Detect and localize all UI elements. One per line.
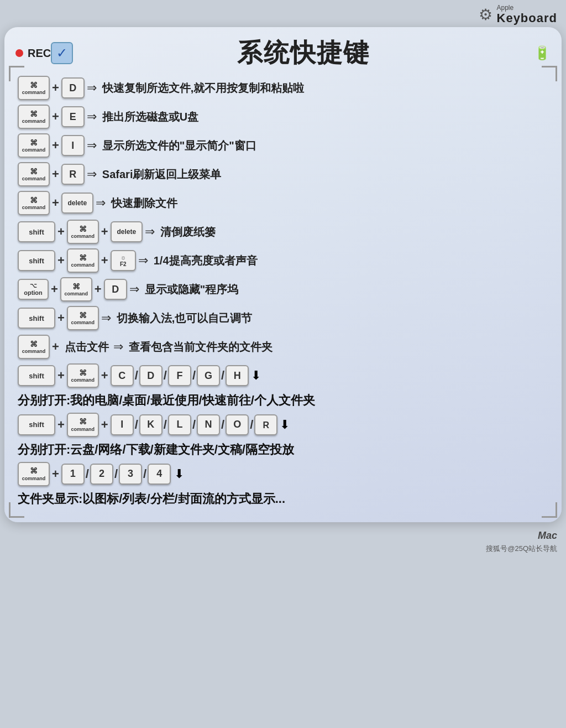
desc-folders: 分别打开:我的电脑/桌面/最近使用/快速前往/个人文件夹 bbox=[18, 392, 548, 409]
shortcut-row-shift-cmd-folders: shift + ⌘ command + C / D / F / G / H ⬇ bbox=[18, 363, 548, 388]
desc-cmd-delete: 快速删除文件 bbox=[111, 196, 548, 211]
key-command-10: ⌘ command bbox=[18, 335, 50, 359]
arrow-2: ⇒ bbox=[87, 110, 97, 124]
plus-6: + bbox=[57, 225, 65, 239]
plus-2: + bbox=[52, 110, 59, 124]
top-bar: ⚙ Apple Keyboard bbox=[0, 0, 566, 27]
key-1: 1 bbox=[61, 464, 85, 485]
plus-3: + bbox=[52, 138, 59, 153]
plus-10: + bbox=[52, 340, 59, 354]
key-delete: delete bbox=[61, 193, 93, 214]
key-command-9: ⌘ command bbox=[67, 306, 99, 330]
down-arrow-1: ⬇ bbox=[251, 368, 261, 383]
shortcut-row-cmd-delete: ⌘ command + delete ⇒ 快速删除文件 bbox=[18, 191, 548, 215]
arrow-8: ⇒ bbox=[129, 282, 139, 297]
desc-cmd-d: 快速复制所选文件,就不用按复制和粘贴啦 bbox=[102, 81, 548, 96]
key-option: ⌥ option bbox=[18, 279, 49, 300]
key-command-5: ⌘ command bbox=[18, 191, 50, 215]
shortcut-row-shift-cmd-f2: shift + ⌘ command + ☼ F2 ⇒ 1/4提高亮度或者声音 bbox=[18, 248, 548, 273]
rec-dot bbox=[15, 49, 23, 57]
slash-5: / bbox=[135, 418, 138, 432]
slash-8: / bbox=[221, 418, 224, 432]
arrow-9: ⇒ bbox=[101, 311, 111, 325]
key-delete-2: delete bbox=[111, 221, 143, 242]
plus-11: + bbox=[57, 368, 65, 383]
page-title: 系统快捷键 bbox=[73, 36, 534, 70]
shortcut-row-shift-cmd-input: shift + ⌘ command ⇒ 切换输入法,也可以自己调节 bbox=[18, 306, 548, 330]
slash-3: / bbox=[192, 368, 196, 383]
key-g: G bbox=[197, 365, 220, 386]
desc-option-cmd-d: 显示或隐藏"程序坞 bbox=[145, 282, 548, 297]
arrow-10: ⇒ bbox=[113, 340, 123, 354]
watermark: 搜狐号@25Q站长导航 bbox=[486, 544, 557, 554]
corner-bl bbox=[9, 502, 24, 518]
desc-cmd-1234: 文件夹显示:以图标/列表/分栏/封面流的方式显示... bbox=[18, 491, 548, 508]
keyboard-label: Keyboard bbox=[497, 12, 557, 25]
apple-keyboard-logo: ⚙ Apple Keyboard bbox=[479, 4, 557, 25]
key-command-12: ⌘ command bbox=[67, 413, 99, 437]
key-shift-3: shift bbox=[18, 308, 55, 329]
slash-6: / bbox=[164, 418, 167, 432]
slash-12: / bbox=[143, 467, 146, 481]
header-row: REC ✓ 系统快捷键 🔋 bbox=[15, 36, 551, 70]
apple-keyboard-text: Apple Keyboard bbox=[497, 4, 557, 25]
key-2: 2 bbox=[90, 464, 113, 485]
shortcut-row-cmd-1234: ⌘ command + 1 / 2 / 3 / 4 ⬇ bbox=[18, 462, 548, 486]
plus-12: + bbox=[57, 418, 65, 432]
plus-7: + bbox=[57, 253, 65, 268]
desc-shift-cmd-input: 切换输入法,也可以自己调节 bbox=[117, 311, 548, 326]
mac-label: Mac bbox=[538, 530, 557, 542]
desc-cmd-click: 查看包含当前文件夹的文件夹 bbox=[129, 340, 548, 355]
key-i: I bbox=[61, 135, 85, 156]
down-arrow-3: ⬇ bbox=[174, 467, 184, 481]
plus-12b: + bbox=[101, 418, 108, 432]
corner-tl bbox=[9, 66, 24, 81]
rec-area: REC bbox=[15, 47, 51, 60]
rec-text: REC bbox=[28, 47, 51, 60]
slash-9: / bbox=[250, 418, 253, 432]
shortcut-row-option-cmd-d: ⌥ option + ⌘ command + D ⇒ 显示或隐藏"程序坞 bbox=[18, 277, 548, 301]
slash-1: / bbox=[135, 368, 138, 383]
key-command-8: ⌘ command bbox=[60, 277, 92, 301]
plus-7b: + bbox=[101, 253, 108, 268]
plus-1: + bbox=[52, 81, 59, 95]
key-h: H bbox=[226, 365, 249, 386]
key-command-11: ⌘ command bbox=[67, 363, 99, 388]
key-f2: ☼ F2 bbox=[111, 250, 136, 271]
arrow-4: ⇒ bbox=[87, 167, 97, 181]
down-arrow-2: ⬇ bbox=[280, 418, 290, 432]
plus-8b: + bbox=[95, 282, 102, 297]
arrow-1: ⇒ bbox=[87, 81, 97, 95]
key-command-4: ⌘ command bbox=[18, 162, 50, 186]
plus-5: + bbox=[52, 196, 59, 210]
key-d: D bbox=[61, 77, 85, 98]
plus-4: + bbox=[52, 167, 59, 181]
check-box[interactable]: ✓ bbox=[51, 42, 73, 64]
gear-icon: ⚙ bbox=[479, 6, 492, 24]
key-n: N bbox=[197, 414, 220, 435]
plus-9: + bbox=[57, 311, 65, 325]
plus-11b: + bbox=[101, 368, 108, 383]
slash-4: / bbox=[221, 368, 224, 383]
bottom-bar: Mac 搜狐号@25Q站长导航 bbox=[0, 527, 566, 557]
slash-10: / bbox=[86, 467, 89, 481]
shortcut-row-cmd-i: ⌘ command + I ⇒ 显示所选文件的"显示简介"窗口 bbox=[18, 133, 548, 158]
content-area: ⌘ command + D ⇒ 快速复制所选文件,就不用按复制和粘贴啦 ⌘ co… bbox=[15, 76, 551, 507]
shortcut-row-cmd-click: ⌘ command + 点击文件 ⇒ 查看包含当前文件夹的文件夹 bbox=[18, 335, 548, 359]
corner-tr bbox=[542, 66, 557, 81]
shortcut-row-cmd-d: ⌘ command + D ⇒ 快速复制所选文件,就不用按复制和粘贴啦 bbox=[18, 76, 548, 100]
shortcut-row-cmd-r: ⌘ command + R ⇒ Safari刷新返回上级菜单 bbox=[18, 162, 548, 186]
key-command-6: ⌘ command bbox=[67, 220, 99, 244]
key-r-2: R bbox=[254, 414, 277, 435]
key-command-7: ⌘ command bbox=[67, 248, 99, 273]
desc-windows: 分别打开:云盘/网络/下载/新建文件夹/文稿/隔空投放 bbox=[18, 441, 548, 459]
key-f: F bbox=[168, 365, 191, 386]
key-k: K bbox=[139, 414, 163, 435]
battery-icon: 🔋 bbox=[534, 45, 551, 61]
arrow-5: ⇒ bbox=[96, 196, 106, 210]
shortcut-row-shift-cmd-windows: shift + ⌘ command + I / K / L / N / O / … bbox=[18, 413, 548, 437]
arrow-3: ⇒ bbox=[87, 138, 97, 153]
plus-13: + bbox=[52, 467, 59, 481]
key-shift-2: shift bbox=[18, 250, 55, 271]
desc-shift-cmd-delete: 清倒废纸篓 bbox=[160, 225, 548, 240]
